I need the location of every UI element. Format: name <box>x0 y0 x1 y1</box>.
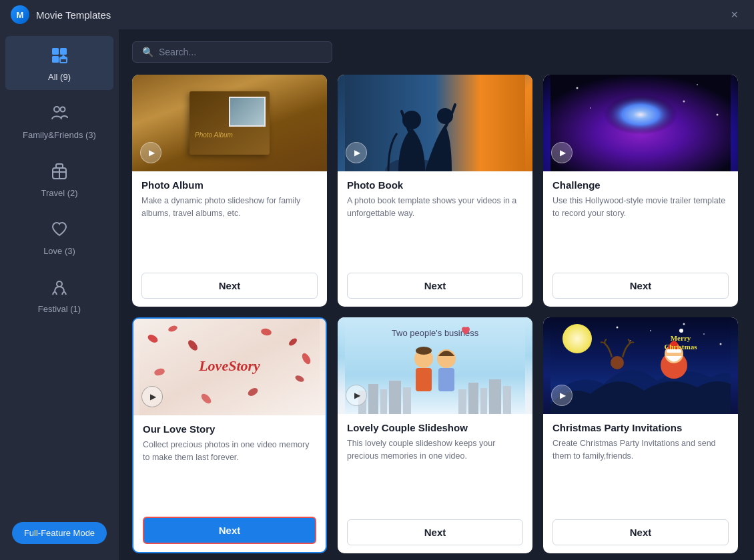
svg-point-53 <box>562 324 592 353</box>
svg-point-6 <box>61 107 65 112</box>
card-preview-photo-book <box>338 75 532 171</box>
card-desc-love-story: Collect precious photos in one video mem… <box>143 439 316 464</box>
sidebar-item-festival[interactable]: Festival (1) <box>5 268 113 322</box>
svg-point-51 <box>416 347 432 355</box>
play-button-couple-slideshow[interactable] <box>346 385 367 406</box>
svg-point-57 <box>703 333 705 335</box>
template-card-challenge: Challenge Use this Hollywood-style movie… <box>543 75 738 307</box>
preview-image-christmas: Merry Christmas <box>543 317 738 414</box>
svg-rect-0 <box>52 48 59 55</box>
close-button[interactable]: × <box>725 6 743 23</box>
svg-rect-45 <box>489 379 501 414</box>
card-desc-christmas: Create Christmas Party Invitations and s… <box>552 437 729 463</box>
next-button-couple-slideshow[interactable]: Next <box>347 519 523 545</box>
festival-icon <box>49 277 69 300</box>
card-body-photo-album: Photo Album Make a dynamic photo slidesh… <box>132 171 327 266</box>
play-button-challenge[interactable] <box>551 142 573 163</box>
full-feature-button[interactable]: Full-Feature Mode <box>12 522 107 544</box>
template-card-couple-slideshow: Two people's business <box>338 317 532 553</box>
svg-rect-42 <box>458 389 466 414</box>
card-body-challenge: Challenge Use this Hollywood-style movie… <box>543 171 738 266</box>
svg-point-22 <box>717 114 719 116</box>
family-icon <box>49 103 69 126</box>
card-title-christmas: Christmas Party Invitations <box>552 422 729 433</box>
next-button-challenge[interactable]: Next <box>552 273 729 299</box>
svg-point-63 <box>679 329 683 333</box>
challenge-svg <box>543 75 738 171</box>
card-footer-christmas: Next <box>543 513 738 553</box>
svg-rect-41 <box>403 387 411 414</box>
svg-point-55 <box>650 330 651 331</box>
card-preview-challenge <box>543 75 738 171</box>
sidebar-item-all[interactable]: All (9) <box>5 36 113 90</box>
search-input[interactable] <box>159 47 322 57</box>
card-desc-challenge: Use this Hollywood-style movie trailer t… <box>552 195 729 220</box>
pa-book: Photo Album <box>190 91 270 155</box>
card-desc-photo-album: Make a dynamic photo slideshow for famil… <box>141 195 318 220</box>
play-button-love-story[interactable] <box>141 386 163 407</box>
card-title-love-story: Our Love Story <box>143 423 316 435</box>
template-card-photo-album: Photo Album Photo Album Make a dynamic p… <box>132 75 327 307</box>
svg-point-64 <box>611 356 624 369</box>
title-bar-left: M Movie Templates <box>11 5 111 24</box>
search-icon: 🔍 <box>142 47 153 57</box>
sidebar-item-festival-label: Festival (1) <box>38 304 81 314</box>
sidebar-item-love-label: Love (3) <box>43 246 75 256</box>
sidebar-item-love[interactable]: Love (3) <box>5 210 113 264</box>
card-footer-challenge: Next <box>543 266 738 307</box>
window-title: Movie Templates <box>36 9 111 21</box>
sidebar-items: All (9) Family&Friends (3) <box>0 35 119 519</box>
svg-rect-43 <box>468 383 478 414</box>
card-body-christmas: Christmas Party Invitations Create Chris… <box>543 414 738 513</box>
svg-point-11 <box>57 281 62 287</box>
svg-point-54 <box>617 327 619 329</box>
svg-rect-1 <box>60 48 67 55</box>
card-title-challenge: Challenge <box>552 179 729 191</box>
templates-grid: Photo Album Photo Album Make a dynamic p… <box>132 75 741 553</box>
card-body-photo-book: Photo Book A photo book template shows y… <box>338 171 532 266</box>
svg-rect-49 <box>416 368 432 391</box>
svg-point-20 <box>683 101 685 103</box>
card-footer-photo-book: Next <box>338 266 532 307</box>
sidebar-item-travel[interactable]: Travel (2) <box>5 152 113 206</box>
card-preview-love-story: LoveStory <box>133 319 326 415</box>
svg-text:LoveStory: LoveStory <box>198 357 260 374</box>
photo-book-svg <box>338 75 532 171</box>
play-button-christmas[interactable] <box>551 385 573 406</box>
love-icon <box>49 219 69 242</box>
svg-text:Christmas: Christmas <box>665 343 698 351</box>
travel-icon <box>49 161 69 184</box>
svg-rect-46 <box>503 386 511 414</box>
content-area: 🔍 Photo Album Photo Album <box>119 29 754 560</box>
title-bar: M Movie Templates × <box>0 0 754 29</box>
svg-rect-38 <box>368 384 378 414</box>
svg-rect-39 <box>380 389 387 414</box>
love-story-svg: LoveStory <box>133 319 326 415</box>
card-body-couple-slideshow: Lovely Couple Slideshow This lovely coup… <box>338 414 532 513</box>
grid-icon <box>49 45 69 68</box>
play-button-photo-book[interactable] <box>346 142 367 163</box>
svg-text:Merry: Merry <box>671 334 691 342</box>
card-preview-couple-slideshow: Two people's business <box>338 317 532 414</box>
preview-image-photo-book <box>338 75 532 171</box>
card-desc-couple-slideshow: This lovely couple slideshow keeps your … <box>347 437 523 463</box>
next-button-christmas[interactable]: Next <box>552 519 729 545</box>
sidebar-item-family[interactable]: Family&Friends (3) <box>5 94 113 148</box>
next-button-photo-book[interactable]: Next <box>347 273 523 299</box>
next-button-photo-album[interactable]: Next <box>141 273 318 299</box>
app-logo: M <box>11 5 29 24</box>
card-footer-photo-album: Next <box>132 266 327 307</box>
card-body-love-story: Our Love Story Collect precious photos i… <box>133 415 326 510</box>
christmas-svg: Merry Christmas <box>543 317 738 414</box>
svg-rect-40 <box>389 381 401 414</box>
card-title-photo-album: Photo Album <box>141 179 318 191</box>
svg-rect-50 <box>438 368 454 391</box>
preview-image-couple-slideshow: Two people's business <box>338 317 532 414</box>
preview-image-challenge <box>543 75 738 171</box>
couple-svg: Two people's business <box>338 317 532 414</box>
play-button-photo-album[interactable] <box>140 142 161 163</box>
preview-image-photo-album: Photo Album <box>132 75 327 171</box>
next-button-love-story[interactable]: Next <box>143 517 316 544</box>
card-desc-photo-book: A photo book template shows your videos … <box>347 195 523 220</box>
card-preview-christmas: Merry Christmas <box>543 317 738 414</box>
